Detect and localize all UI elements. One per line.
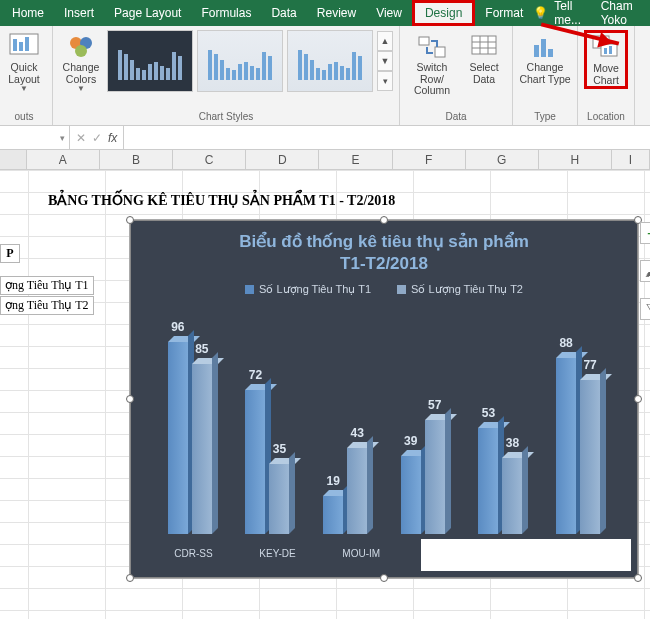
x-tick-label: KEY-DE [259, 548, 295, 559]
formula-input[interactable] [124, 126, 650, 149]
sheet-title: BẢNG THỐNG KÊ TIÊU THỤ SẢN PHẨM T1 - T2/… [48, 192, 395, 209]
resize-handle[interactable] [634, 395, 642, 403]
col-header[interactable]: H [539, 150, 612, 170]
tab-pagelayout[interactable]: Page Layout [104, 0, 191, 26]
tab-design[interactable]: Design [412, 0, 475, 26]
change-chart-type-button[interactable]: Change Chart Type [519, 30, 571, 85]
change-chart-type-label: Change Chart Type [519, 62, 571, 85]
gallery-up-icon[interactable]: ▲ [377, 31, 393, 51]
select-all-cell[interactable] [0, 150, 27, 170]
svg-rect-14 [534, 45, 539, 57]
move-chart-label: Move Chart [589, 63, 623, 86]
cell-partial-p: P [0, 244, 20, 263]
tellme-label[interactable]: Tell me... [554, 0, 586, 27]
svg-rect-1 [13, 39, 17, 51]
chart-plot-area: 968572351943395753388877 [151, 304, 617, 534]
col-header[interactable]: F [393, 150, 466, 170]
dropdown-caret-icon: ▼ [20, 85, 28, 94]
x-tick-label: MOU-IM [342, 548, 380, 559]
col-header[interactable]: I [612, 150, 650, 170]
quick-layout-button[interactable]: Quick Layout ▼ [2, 30, 46, 94]
gallery-scroll[interactable]: ▲ ▼ ▾ [377, 31, 393, 91]
tab-formulas[interactable]: Formulas [191, 0, 261, 26]
chart-bar: 39 [401, 456, 421, 534]
switch-rowcol-button[interactable]: Switch Row/ Column [406, 30, 458, 97]
chart-legend: Số Lượng Tiêu Thụ T1 Số Lượng Tiêu Thụ T… [131, 277, 637, 304]
resize-handle[interactable] [126, 574, 134, 582]
chart-bar: 35 [269, 464, 289, 534]
tab-home[interactable]: Home [2, 0, 54, 26]
resize-handle[interactable] [380, 216, 388, 224]
svg-rect-9 [472, 36, 496, 54]
quick-layout-label: Quick Layout [2, 62, 46, 85]
tab-format[interactable]: Format [475, 0, 533, 26]
select-data-button[interactable]: Select Data [462, 30, 506, 85]
layouts-group-label: outs [15, 109, 34, 125]
dropdown-caret-icon: ▼ [77, 85, 85, 94]
chart-object[interactable]: Biểu đồ thống kê tiêu thụ sản phẩm T1-T2… [130, 220, 638, 578]
cell-partial-t1: ợng Tiêu Thụ T1 [0, 276, 94, 295]
name-box[interactable] [0, 126, 70, 149]
select-data-label: Select Data [462, 62, 506, 85]
quick-layout-icon [8, 32, 40, 62]
svg-rect-16 [548, 49, 553, 57]
tellme-icon: 💡 [533, 6, 548, 20]
chart-bar: 43 [347, 448, 367, 534]
select-data-icon [468, 32, 500, 62]
chart-title: Biểu đồ thống kê tiêu thụ sản phẩm T1-T2… [131, 221, 637, 277]
resize-handle[interactable] [634, 574, 642, 582]
gallery-more-icon[interactable]: ▾ [377, 71, 393, 91]
gallery-down-icon[interactable]: ▼ [377, 51, 393, 71]
change-colors-icon [65, 32, 97, 62]
legend-label: Số Lượng Tiêu Thụ T2 [411, 283, 523, 296]
chart-bar: 38 [502, 458, 522, 534]
svg-rect-8 [435, 47, 445, 57]
chart-bar: 88 [556, 358, 576, 534]
svg-point-6 [75, 45, 87, 57]
fx-confirm-icon[interactable]: ✓ [92, 131, 102, 145]
user-name[interactable]: Cham Yoko [601, 0, 642, 27]
col-header[interactable]: G [466, 150, 539, 170]
data-group-label: Data [445, 109, 466, 125]
style-thumb-1[interactable] [107, 30, 193, 92]
tab-review[interactable]: Review [307, 0, 366, 26]
tab-insert[interactable]: Insert [54, 0, 104, 26]
cell-partial-t2: ợng Tiêu Thụ T2 [0, 296, 94, 315]
chart-bar: 57 [425, 420, 445, 534]
col-header[interactable]: E [319, 150, 392, 170]
col-header[interactable]: D [246, 150, 319, 170]
resize-handle[interactable] [126, 395, 134, 403]
chart-styles-gallery[interactable]: ▲ ▼ ▾ [107, 30, 393, 92]
legend-swatch [397, 285, 406, 294]
location-group-label: Location [587, 109, 625, 125]
svg-rect-7 [419, 37, 429, 45]
tab-data[interactable]: Data [261, 0, 306, 26]
resize-handle[interactable] [126, 216, 134, 224]
chart-side-buttons: + 🖌 ⧩ [640, 222, 650, 320]
chart-bar: 72 [245, 390, 265, 534]
change-colors-label: Change Colors [59, 62, 103, 85]
col-header[interactable]: C [173, 150, 246, 170]
chart-filter-button[interactable]: ⧩ [640, 298, 650, 320]
style-thumb-2[interactable] [197, 30, 283, 92]
worksheet[interactable]: BẢNG THỐNG KÊ TIÊU THỤ SẢN PHẨM T1 - T2/… [0, 170, 650, 619]
resize-handle[interactable] [380, 574, 388, 582]
legend-label: Số Lượng Tiêu Thụ T1 [259, 283, 371, 296]
style-thumb-3[interactable] [287, 30, 373, 92]
fx-icon[interactable]: fx [108, 131, 117, 145]
column-headers: A B C D E F G H I [0, 150, 650, 170]
type-group-label: Type [534, 109, 556, 125]
fx-cancel-icon[interactable]: ✕ [76, 131, 86, 145]
switch-rowcol-icon [416, 32, 448, 62]
chart-bar: 96 [168, 342, 188, 534]
x-tick-label: CDR-SS [174, 548, 212, 559]
chart-styles-button[interactable]: 🖌 [640, 260, 650, 282]
tab-view[interactable]: View [366, 0, 412, 26]
col-header[interactable]: A [27, 150, 100, 170]
change-colors-button[interactable]: Change Colors ▼ [59, 30, 103, 94]
col-header[interactable]: B [100, 150, 173, 170]
chart-bar: 19 [323, 496, 343, 534]
chart-elements-button[interactable]: + [640, 222, 650, 244]
chart-bar: 85 [192, 364, 212, 534]
formula-bar: ✕ ✓ fx [0, 126, 650, 150]
